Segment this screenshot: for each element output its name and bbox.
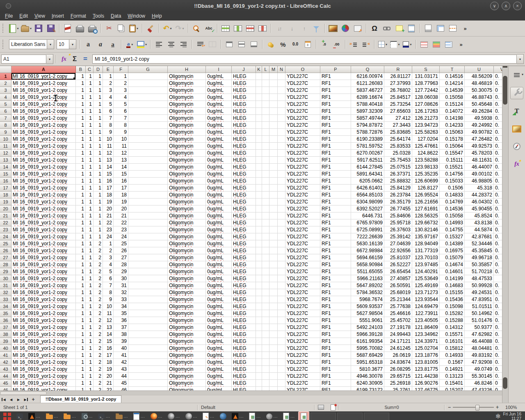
cell-L22[interactable] <box>262 219 269 226</box>
cell-F17[interactable]: 17 <box>114 185 128 192</box>
cell-B16[interactable]: 1 <box>76 178 86 185</box>
cell-C9[interactable]: 1 <box>86 129 94 136</box>
cell-P23[interactable]: RF1 <box>320 226 351 233</box>
cell-M24[interactable] <box>269 233 278 240</box>
cell-P26[interactable]: RF1 <box>320 247 351 254</box>
title-bar[interactable]: !!Dbase_MI 16_0919_yor1-2 copy.txt - Lib… <box>0 0 525 11</box>
cell-H22[interactable]: Oligomycin <box>168 219 206 226</box>
cell-E10[interactable]: 10 <box>103 136 114 143</box>
cell-J29[interactable]: HLEG <box>232 268 256 275</box>
cell-C15[interactable]: 1 <box>86 171 94 178</box>
cell-Q44[interactable]: 4946.30078 <box>351 373 384 380</box>
font-name-combo-dropdown-icon[interactable]: ▾ <box>47 40 54 49</box>
cell-V32[interactable]: 0. <box>494 289 502 296</box>
cell-G31[interactable] <box>128 282 168 289</box>
cell-V31[interactable]: 0. <box>494 282 502 289</box>
cell-F1[interactable]: 1 <box>114 73 128 80</box>
cell-L32[interactable] <box>262 289 269 296</box>
cell-S39[interactable]: 124.33971 <box>412 338 440 345</box>
cell-M38[interactable] <box>269 331 278 338</box>
cell-G22[interactable] <box>128 219 168 226</box>
menu-tools[interactable]: Tools <box>89 12 107 20</box>
equals-icon[interactable]: = <box>80 54 91 64</box>
conditional-databar-icon[interactable] <box>443 38 455 50</box>
column-header-S[interactable]: S <box>412 66 440 73</box>
cell-P46[interactable]: RF1 <box>320 387 351 390</box>
scrollbar-split-handle[interactable] <box>503 66 507 68</box>
cell-B36[interactable]: 1 <box>76 317 86 324</box>
cell-V24[interactable]: 0. <box>494 233 502 240</box>
cell-S3[interactable]: 127.72442 <box>412 87 440 94</box>
app-window[interactable]: ... <box>80 412 95 420</box>
cell-Q21[interactable]: 6446.731 <box>351 212 384 219</box>
cell-M12[interactable] <box>269 150 278 157</box>
cell-N2[interactable] <box>278 80 285 87</box>
add-decimal-icon[interactable]: .0 <box>318 38 331 50</box>
cell-S12[interactable]: 124.8622 <box>412 150 440 157</box>
cell-O15[interactable]: YDL227C <box>285 171 320 178</box>
menu-window[interactable]: Window <box>124 12 148 20</box>
cell-B33[interactable]: 1 <box>76 296 86 303</box>
cell-P19[interactable]: RF1 <box>320 199 351 205</box>
cell-O8[interactable]: YDL227C <box>285 122 320 129</box>
cell-Q19[interactable]: 6304.98099 <box>351 199 384 205</box>
cell-E1[interactable]: 1 <box>103 73 114 80</box>
cell-K28[interactable] <box>256 261 262 268</box>
app-launcher[interactable] <box>1 412 13 420</box>
cell-S31[interactable]: 125.49169 <box>412 282 440 289</box>
cell-R41[interactable]: 26.0619 <box>384 352 412 359</box>
cell-H1[interactable]: Oligomycin <box>168 73 206 80</box>
cell-F26[interactable]: 26 <box>114 247 128 254</box>
cell-P16[interactable]: RF1 <box>320 178 351 185</box>
row-header-2[interactable]: 2 <box>0 80 11 87</box>
cell-F3[interactable]: 3 <box>114 87 128 94</box>
sort-descending-icon[interactable]: ↑ <box>298 22 310 34</box>
cell-K30[interactable] <box>256 275 262 282</box>
cell-B44[interactable]: 1 <box>76 373 86 380</box>
row-header-33[interactable]: 33 <box>0 296 11 303</box>
cell-K40[interactable] <box>256 345 262 352</box>
first-sheet-button[interactable]: ◀ <box>0 396 7 403</box>
cell-T42[interactable]: 0.1567 <box>440 359 465 366</box>
cell-K25[interactable] <box>256 240 262 247</box>
cell-F25[interactable]: 25 <box>114 240 128 247</box>
cell-L28[interactable] <box>262 261 269 268</box>
cell-G36[interactable] <box>128 317 168 324</box>
cell-L11[interactable] <box>262 143 269 150</box>
cell-N39[interactable] <box>278 338 285 345</box>
cell-M20[interactable] <box>269 205 278 212</box>
cell-M16[interactable] <box>269 178 278 185</box>
cell-V12[interactable]: 0. <box>494 150 502 157</box>
folder-window[interactable]: ... <box>44 412 61 420</box>
cell-F24[interactable]: 24 <box>114 233 128 240</box>
cell-B18[interactable]: 1 <box>76 192 86 199</box>
cell-N32[interactable] <box>278 289 285 296</box>
cell-B29[interactable]: 1 <box>76 268 86 275</box>
cell-V40[interactable]: 0. <box>494 345 502 352</box>
cell-P21[interactable]: RF1 <box>320 212 351 219</box>
cell-M31[interactable] <box>269 282 278 289</box>
cell-D18[interactable]: 1 <box>94 192 103 199</box>
cell-E16[interactable]: 16 <box>103 178 114 185</box>
cell-I34[interactable]: 0ug/mL <box>206 303 232 310</box>
cell-C38[interactable]: 1 <box>86 331 94 338</box>
cell-M36[interactable] <box>269 317 278 324</box>
cell-E4[interactable]: 4 <box>103 94 114 101</box>
cell-F43[interactable]: 43 <box>114 366 128 373</box>
cell-B7[interactable]: 1 <box>76 115 86 122</box>
cell-E8[interactable]: 8 <box>103 122 114 129</box>
cell-A22[interactable]: MI 16_0919_yor1-2 copy <box>11 219 76 226</box>
cell-R40[interactable]: 24.61245 <box>384 345 412 352</box>
insert-columns-icon[interactable] <box>232 22 244 34</box>
cell-M32[interactable] <box>269 289 278 296</box>
cell-H24[interactable]: Oligomycin <box>168 233 206 240</box>
italic-icon[interactable]: a <box>94 38 107 50</box>
cell-L37[interactable] <box>262 324 269 331</box>
cell-N18[interactable] <box>278 192 285 199</box>
cell-J30[interactable]: HLEG <box>232 275 256 282</box>
cell-H43[interactable]: Oligomycin <box>168 366 206 373</box>
cell-C19[interactable]: 1 <box>86 199 94 205</box>
cell-R29[interactable]: 26.65454 <box>384 268 412 275</box>
cell-C21[interactable]: 1 <box>86 212 94 219</box>
cell-I13[interactable]: 0ug/mL <box>206 157 232 164</box>
